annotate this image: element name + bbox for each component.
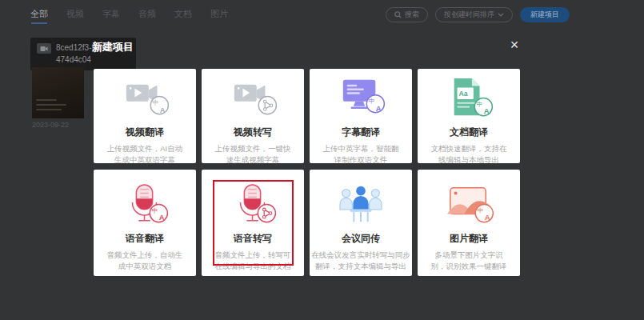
tab-image[interactable]: 图片 (210, 8, 228, 24)
card-title: 视频转写 (234, 126, 272, 139)
video-file-icon (37, 43, 51, 54)
video-translate-icon (120, 77, 170, 120)
card-audio-transcribe[interactable]: 语音转写 音频文件上传，转写可 在线编辑与导出的文档 (202, 170, 304, 276)
tab-label: 图片 (210, 9, 228, 18)
sort-dropdown[interactable]: 按创建时间排序 (435, 7, 513, 22)
tab-all[interactable]: 全部 (30, 8, 48, 24)
app-root: 全部视频字幕音频文档图片 搜索 按创建时间排序 新建项目 8ced12f3-f4… (0, 0, 644, 320)
card-desc: 在线会议发言实时转写与同步 翻译，支持文本编辑与导出 (311, 250, 410, 273)
new-project-card-grid: 视频翻译 上传视频文件，AI自动 生成中英双语字幕 视频转写 上传视频文件，一键… (94, 69, 520, 276)
doc-translate-icon: Aa (444, 77, 494, 120)
video-transcribe-icon (228, 77, 278, 120)
card-title: 图片翻译 (450, 232, 488, 246)
modal-title: 新建项目 (92, 40, 134, 54)
tab-label: 文档 (174, 9, 192, 18)
card-title: 语音转写 (234, 232, 272, 246)
card-title: 文档翻译 (450, 126, 488, 139)
close-button[interactable]: × (506, 36, 523, 54)
meeting-interpret-icon (336, 183, 386, 226)
search-label: 搜索 (405, 10, 419, 20)
card-video-transcribe[interactable]: 视频转写 上传视频文件，一键快 速生成视频字幕 (202, 69, 304, 163)
chevron-down-icon (498, 13, 504, 17)
card-meeting-interpret[interactable]: 会议同传 在线会议发言实时转写与同步 翻译，支持文本编辑与导出 (310, 170, 412, 276)
card-title: 视频翻译 (126, 126, 164, 139)
tab-video[interactable]: 视频 (66, 8, 84, 24)
card-desc: 上传视频文件，一键快 速生成视频字幕 (215, 143, 291, 166)
card-desc: 上传视频文件，AI自动 生成中英双语字幕 (107, 143, 182, 166)
search-icon (394, 11, 402, 18)
audio-translate-icon (120, 183, 170, 226)
tab-label: 字幕 (102, 9, 120, 18)
subtitle-translate-icon (336, 77, 386, 120)
card-desc: 音频文件上传，转写可 在线编辑与导出的文档 (215, 250, 291, 273)
project-date: 2023-09-22 (32, 121, 69, 129)
card-image-translate[interactable]: 图片翻译 多场景下图片文字识 别，识别效果一键翻译 (418, 170, 520, 276)
image-translate-icon (444, 183, 494, 226)
card-desc: 上传中英字幕，智能翻 译制作双语文件 (323, 143, 399, 166)
audio-transcribe-icon (228, 183, 278, 226)
card-video-translate[interactable]: 视频翻译 上传视频文件，AI自动 生成中英双语字幕 (94, 69, 196, 163)
sort-label: 按创建时间排序 (444, 10, 494, 20)
card-title: 字幕翻译 (342, 126, 380, 139)
card-title: 会议同传 (342, 232, 380, 246)
card-desc: 音频文件上传，自动生 成中英双语文档 (107, 250, 183, 273)
card-audio-translate[interactable]: 语音翻译 音频文件上传，自动生 成中英双语文档 (94, 170, 196, 276)
tab-subtitle[interactable]: 字幕 (102, 8, 120, 24)
project-thumbnail[interactable] (32, 67, 84, 118)
tab-doc[interactable]: 文档 (174, 8, 192, 24)
card-title: 语音翻译 (126, 232, 164, 246)
svg-text:Aa: Aa (458, 90, 467, 98)
search-button[interactable]: 搜索 (386, 7, 428, 22)
tab-label: 音频 (138, 9, 156, 18)
tab-label: 全部 (30, 9, 48, 18)
card-desc: 文档快速翻译，支持在 线编辑与本地导出 (431, 143, 507, 166)
header-tabs: 全部视频字幕音频文档图片 (30, 8, 228, 24)
header-actions: 搜索 按创建时间排序 新建项目 (386, 7, 570, 22)
new-project-button[interactable]: 新建项目 (520, 7, 570, 22)
card-subtitle-translate[interactable]: 字幕翻译 上传中英字幕，智能翻 译制作双语文件 (310, 69, 412, 163)
card-doc-translate[interactable]: Aa 文档翻译 文档快速翻译，支持在 线编辑与本地导出 (418, 69, 520, 163)
card-desc: 多场景下图片文字识 别，识别效果一键翻译 (431, 250, 507, 273)
tab-label: 视频 (66, 9, 84, 18)
close-icon: × (510, 37, 519, 53)
tab-audio[interactable]: 音频 (138, 8, 156, 24)
